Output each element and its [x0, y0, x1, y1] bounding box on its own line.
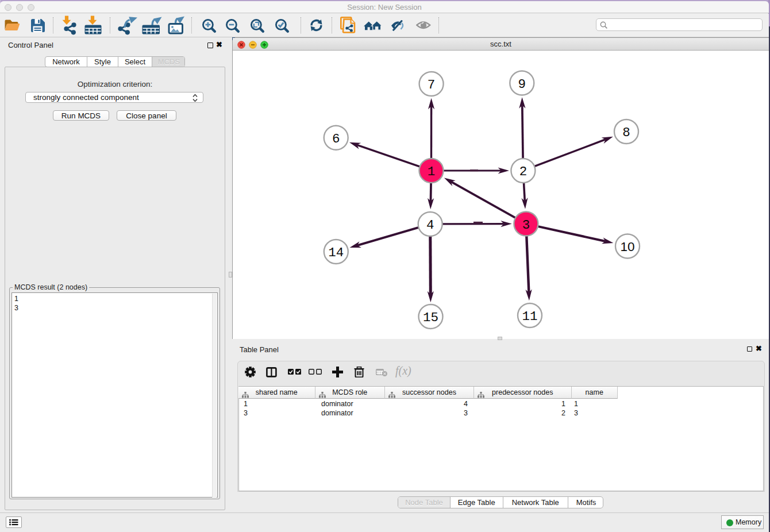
svg-text:3: 3 [522, 218, 530, 233]
svg-text:8: 8 [622, 125, 630, 140]
svg-text:1: 1 [428, 164, 436, 179]
svg-text:15: 15 [423, 310, 438, 325]
svg-text:6: 6 [332, 132, 340, 147]
svg-text:4: 4 [426, 218, 434, 233]
svg-text:9: 9 [518, 77, 526, 92]
svg-text:10: 10 [620, 240, 634, 254]
svg-text:2: 2 [519, 164, 528, 179]
svg-text:14: 14 [328, 245, 344, 260]
svg-text:7: 7 [428, 78, 436, 92]
svg-text:11: 11 [522, 309, 537, 324]
